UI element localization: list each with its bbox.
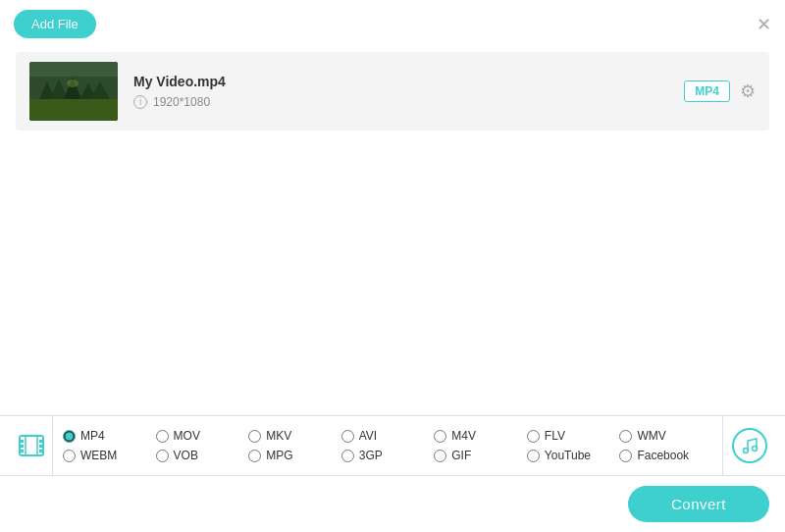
format-option-youtube[interactable]: YouTube xyxy=(527,447,620,464)
file-info: My Video.mp4 i 1920*1080 xyxy=(133,74,684,109)
format-label-avi[interactable]: AVI xyxy=(359,429,377,443)
format-radio-mkv[interactable] xyxy=(248,430,261,443)
svg-rect-14 xyxy=(39,440,43,443)
file-resolution: 1920*1080 xyxy=(153,95,210,109)
svg-rect-15 xyxy=(39,445,43,448)
format-options: MP4MOVMKVAVIM4VFLVWMVWEBMVOBMPG3GPGIFYou… xyxy=(53,423,722,468)
format-label-youtube[interactable]: YouTube xyxy=(545,449,591,462)
format-option-facebook[interactable]: Facebook xyxy=(619,447,712,464)
format-badge-button[interactable]: MP4 xyxy=(684,80,730,102)
format-option-m4v[interactable]: M4V xyxy=(434,427,527,445)
format-radio-wmv[interactable] xyxy=(619,430,632,443)
format-radio-mpg[interactable] xyxy=(248,450,261,462)
format-radio-3gp[interactable] xyxy=(341,450,354,462)
format-option-vob[interactable]: VOB xyxy=(156,447,249,464)
format-label-wmv[interactable]: WMV xyxy=(637,429,665,443)
format-option-gif[interactable]: GIF xyxy=(434,447,527,464)
format-label-vob[interactable]: VOB xyxy=(174,449,198,462)
main-content xyxy=(0,138,785,403)
bottom-bar: MP4MOVMKVAVIM4VFLVWMVWEBMVOBMPG3GPGIFYou… xyxy=(0,415,785,532)
music-icon-area[interactable] xyxy=(722,416,775,475)
add-file-button[interactable]: Add File xyxy=(14,10,96,38)
title-bar: Add File ✕ xyxy=(0,0,785,44)
format-label-m4v[interactable]: M4V xyxy=(451,429,476,443)
file-actions: MP4 ⚙ xyxy=(684,80,756,102)
music-icon xyxy=(732,428,767,463)
format-radio-mov[interactable] xyxy=(156,430,169,443)
settings-icon[interactable]: ⚙ xyxy=(740,80,756,102)
convert-button[interactable]: Convert xyxy=(628,486,769,522)
format-label-3gp[interactable]: 3GP xyxy=(359,449,383,462)
svg-rect-11 xyxy=(20,440,24,443)
svg-point-19 xyxy=(743,449,748,453)
file-meta: i 1920*1080 xyxy=(133,95,684,109)
format-radio-youtube[interactable] xyxy=(527,450,540,462)
format-label-facebook[interactable]: Facebook xyxy=(637,449,689,462)
format-radio-facebook[interactable] xyxy=(619,450,632,462)
file-item: My Video.mp4 i 1920*1080 MP4 ⚙ xyxy=(16,52,769,131)
format-option-mkv[interactable]: MKV xyxy=(248,427,341,445)
format-label-gif[interactable]: GIF xyxy=(451,449,471,462)
format-option-wmv[interactable]: WMV xyxy=(619,427,712,445)
film-icon xyxy=(10,416,53,475)
file-name: My Video.mp4 xyxy=(133,74,684,89)
close-button[interactable]: ✕ xyxy=(757,16,771,33)
format-bar: MP4MOVMKVAVIM4VFLVWMVWEBMVOBMPG3GPGIFYou… xyxy=(0,416,785,476)
format-radio-webm[interactable] xyxy=(63,450,76,462)
format-radio-vob[interactable] xyxy=(156,450,169,462)
file-thumbnail xyxy=(29,62,118,121)
format-label-mpg[interactable]: MPG xyxy=(266,449,292,462)
format-label-mkv[interactable]: MKV xyxy=(266,429,291,443)
format-option-avi[interactable]: AVI xyxy=(341,427,435,445)
format-radio-flv[interactable] xyxy=(527,430,540,443)
format-label-mp4[interactable]: MP4 xyxy=(80,429,105,443)
format-label-flv[interactable]: FLV xyxy=(545,429,565,443)
format-option-3gp[interactable]: 3GP xyxy=(341,447,435,464)
file-list: My Video.mp4 i 1920*1080 MP4 ⚙ xyxy=(0,44,785,138)
svg-rect-12 xyxy=(20,445,24,448)
format-label-webm[interactable]: WEBM xyxy=(80,449,117,462)
format-label-mov[interactable]: MOV xyxy=(174,429,200,443)
svg-rect-13 xyxy=(20,450,24,452)
format-option-mp4[interactable]: MP4 xyxy=(63,427,156,445)
format-radio-avi[interactable] xyxy=(341,430,354,443)
svg-rect-8 xyxy=(29,99,118,121)
format-option-flv[interactable]: FLV xyxy=(527,427,620,445)
format-radio-gif[interactable] xyxy=(434,450,446,462)
format-option-webm[interactable]: WEBM xyxy=(63,447,156,464)
action-bar: Convert xyxy=(0,476,785,532)
format-option-mov[interactable]: MOV xyxy=(156,427,249,445)
info-icon: i xyxy=(133,95,147,109)
format-radio-m4v[interactable] xyxy=(434,430,446,443)
svg-point-9 xyxy=(67,80,78,87)
svg-rect-16 xyxy=(39,450,43,452)
format-option-mpg[interactable]: MPG xyxy=(248,447,341,464)
format-radio-mp4[interactable] xyxy=(63,430,76,443)
svg-point-20 xyxy=(752,447,757,452)
